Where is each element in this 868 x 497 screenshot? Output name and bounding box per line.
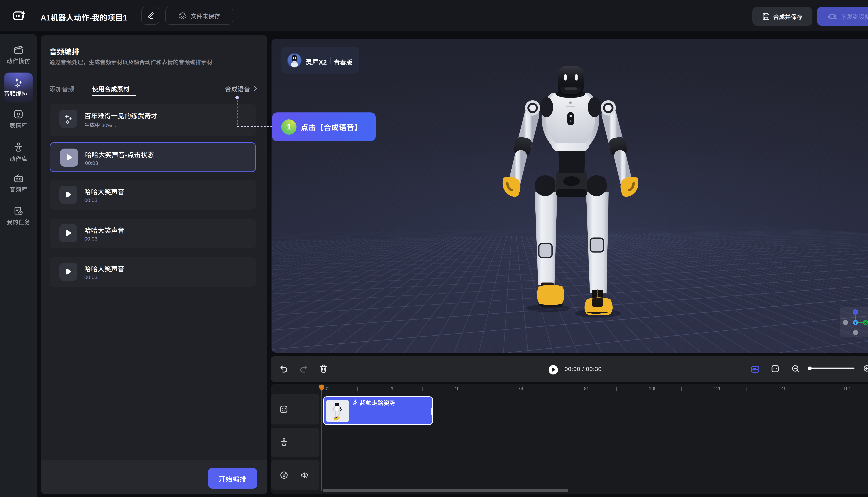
- svg-text:Y: Y: [854, 321, 857, 324]
- svg-text:X: X: [864, 321, 867, 324]
- svg-text:Z: Z: [854, 310, 856, 314]
